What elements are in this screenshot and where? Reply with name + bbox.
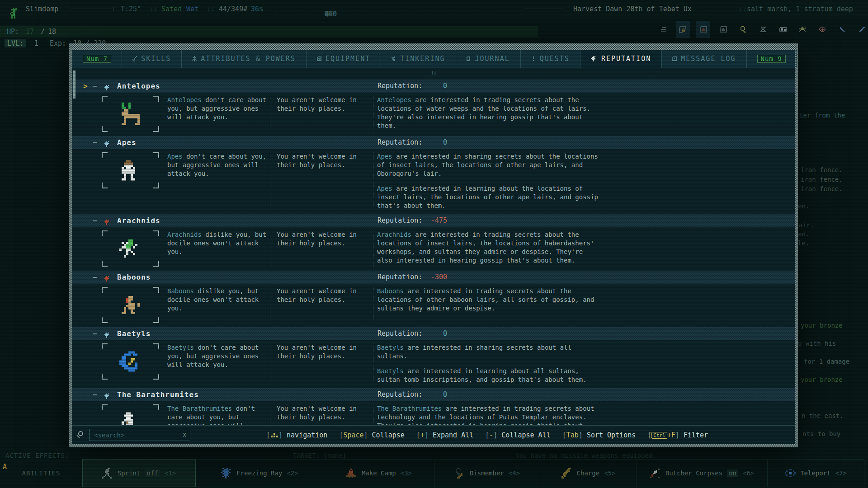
log-fragment: your bronze <box>801 322 843 329</box>
locked-window-icon[interactable] <box>676 21 690 38</box>
window-footer: X []navigation[Space]Collapse[+]Expand A… <box>72 425 795 444</box>
status-divider <box>71 9 112 9</box>
attributes-icon <box>192 56 197 61</box>
stairs-down-icon[interactable] <box>835 21 849 38</box>
faction-feeling-text: The Barathrumites don't care about you, … <box>166 404 270 425</box>
ability-teleport[interactable]: Teleport<7> <box>767 459 864 487</box>
scrollbar-thumb[interactable] <box>73 70 75 99</box>
keyboard-hints: []navigation[Space]Collapse[+]Expand All… <box>266 426 708 445</box>
tab-skills[interactable]: SKILLS <box>122 50 182 68</box>
faction-details: The Barathrumites don't care about you, … <box>72 401 795 425</box>
faction-row: > − Antelopes Reputation: 0 Antelopes do… <box>72 80 795 136</box>
container-icon[interactable] <box>716 21 730 38</box>
faction-header[interactable]: > − Baetyls Reputation: 0 <box>72 327 795 340</box>
menu-icon[interactable] <box>656 21 670 38</box>
tab-reputation[interactable]: REPUTATION <box>580 50 662 68</box>
faction-feeling-text: Arachnids dislike you, but docile ones w… <box>166 230 270 267</box>
log-fragment: air. <box>799 221 814 229</box>
hint-filter: [Ctrl+F]Filter <box>647 431 708 439</box>
hint-expand-all: [+]Expand All <box>416 431 473 439</box>
hint-navigation: []navigation <box>266 431 327 439</box>
faction-header[interactable]: > − The Barathrumites Reputation: 0 <box>72 388 795 401</box>
ability-hotkey: <1> <box>165 469 176 477</box>
drag-handle[interactable]: ↑↓ <box>431 69 436 76</box>
faction-row: > − The Barathrumites Reputation: 0 The … <box>72 388 795 425</box>
faction-header[interactable]: > − Baboons Reputation: -300 <box>72 271 795 284</box>
search-icon <box>78 431 83 436</box>
collapse-toggle[interactable]: − <box>93 80 97 93</box>
faction-header[interactable]: > − Antelopes Reputation: 0 <box>72 80 795 93</box>
hp-label: HP: <box>7 28 19 36</box>
ability-hotkey: <6> <box>743 469 754 477</box>
character-sheet-icon[interactable] <box>776 21 790 38</box>
tab-attributes-powers[interactable]: ATTRIBUTES & POWERS <box>182 50 307 68</box>
ability-butcher-corpses[interactable]: Butcher Corpseson<6> <box>637 459 768 487</box>
faction-sprite-frame <box>102 152 159 188</box>
collapse-toggle[interactable]: − <box>93 214 97 227</box>
search-box[interactable]: X <box>89 429 190 441</box>
collapse-toggle[interactable]: − <box>93 327 97 340</box>
numpad-key-label: Num 7 <box>83 55 111 63</box>
faction-icon <box>104 333 111 338</box>
reputation-window: Num 7SKILLSATTRIBUTES & POWERSEQUIPMENTT… <box>69 43 798 447</box>
target-label: TARGET: [none] <box>293 452 346 459</box>
tab-message-log[interactable]: MESSAGE LOG <box>662 50 746 68</box>
search-icon[interactable] <box>736 21 750 38</box>
faction-row: > − Apes Reputation: 0 Apes don't care a… <box>72 136 795 214</box>
faction-holy-text: You aren't welcome in their holy places. <box>270 343 373 384</box>
target-star-icon <box>799 27 807 32</box>
ability-hotkey: <5> <box>604 469 615 477</box>
faction-name: The Barathrumites <box>117 388 199 401</box>
faction-name: Antelopes <box>117 80 160 93</box>
log-fragment: your bronze <box>801 376 843 383</box>
ability-freezing-ray[interactable]: Freezing Ray<2> <box>195 459 324 487</box>
ability-sprint[interactable]: Sprintoff<1> <box>82 459 196 487</box>
ability-state: off <box>145 469 160 477</box>
collapse-toggle[interactable]: − <box>93 388 97 401</box>
location-label: salt marsh, 1 stratum deep <box>747 5 853 13</box>
faction-row: > − Baboons Reputation: -300 Baboons dis… <box>72 271 795 327</box>
tab-tinkering[interactable]: TINKERING <box>381 50 456 68</box>
hourglass-icon <box>760 27 766 32</box>
tab-journal[interactable]: JOURNAL <box>456 50 521 68</box>
faction-feeling-text: Baetyls don't care about you, but aggres… <box>166 343 270 384</box>
hourglass-icon[interactable] <box>756 21 770 38</box>
ability-name: Make Camp <box>362 469 396 477</box>
ability-name: Teleport <box>800 469 830 477</box>
dismember-icon <box>454 468 465 479</box>
faction-row: > − Arachnids Reputation: -475 Arachnids… <box>72 214 795 271</box>
faction-interests-text: Arachnids are interested in trading secr… <box>373 230 795 267</box>
ability-dismember[interactable]: Dismember<4> <box>434 459 540 487</box>
game-date: Harvest Dawn 20th of Tebet Ux <box>573 5 692 13</box>
tab-label: EQUIPMENT <box>326 55 370 63</box>
faction-header[interactable]: > − Arachnids Reputation: -475 <box>72 214 795 227</box>
message-log-icon <box>672 56 677 61</box>
faction-header[interactable]: > − Apes Reputation: 0 <box>72 136 795 149</box>
container-icon <box>720 26 727 33</box>
target-star-icon[interactable] <box>796 21 810 38</box>
active-effects-label: ACTIVE EFFECTS: <box>5 452 69 459</box>
collapse-toggle[interactable]: − <box>93 136 97 149</box>
faction-icon <box>104 220 111 225</box>
search-clear-button[interactable]: X <box>183 432 186 438</box>
ability-charge[interactable]: Charge<5> <box>540 459 637 487</box>
pointer-window-icon[interactable] <box>696 21 710 38</box>
tab-quests[interactable]: QUESTS <box>521 50 580 68</box>
no-missile-note: You have no missile weapons equipped. <box>515 452 656 459</box>
tab-num-9[interactable]: Num 9 <box>747 50 797 68</box>
log-fragment: nts to buy <box>802 430 840 437</box>
bird-badge-icon[interactable] <box>816 21 830 38</box>
search-input[interactable] <box>93 431 183 439</box>
tab-num-7[interactable]: Num 7 <box>72 50 122 68</box>
collapse-toggle[interactable]: − <box>93 271 97 284</box>
pointer-window-icon <box>700 26 707 33</box>
ability-make-camp[interactable]: Make Camp<3> <box>324 459 434 487</box>
tab-label: QUESTS <box>540 55 570 63</box>
faction-details: Apes don't care about you, but aggressiv… <box>72 149 795 214</box>
ability-hotkey: <2> <box>287 469 298 477</box>
locked-window-icon <box>679 26 688 33</box>
tab-equipment[interactable]: EQUIPMENT <box>307 50 381 68</box>
log-fragment: u with his <box>798 340 836 347</box>
stairs-up-icon[interactable] <box>855 21 868 38</box>
faction-details: Baboons dislike you, but docile ones won… <box>72 284 795 327</box>
